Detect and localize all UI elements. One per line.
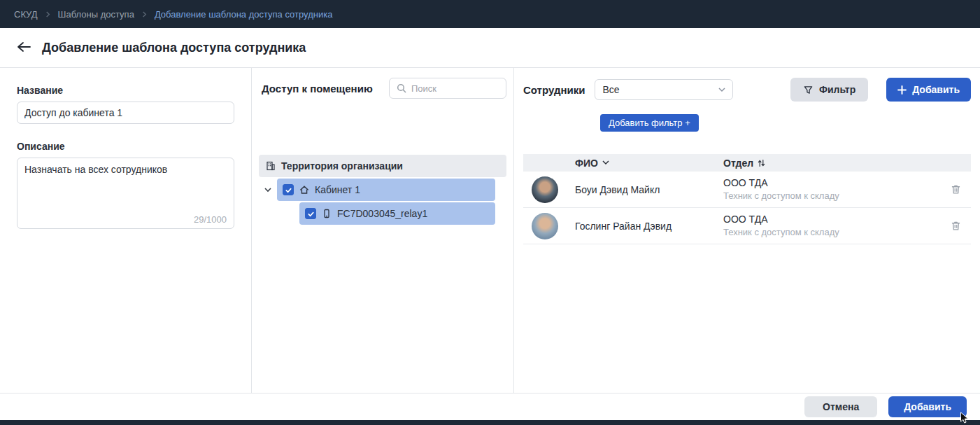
tree-node-room-row[interactable]: Кабинет 1 [277,179,495,201]
employees-filter-select[interactable]: Все [595,79,733,100]
breadcrumb-item-current: Добавление шаблона доступа сотрудника [155,9,333,20]
delete-employee-button[interactable] [951,221,961,231]
employees-header: Сотрудники Все Фильтр [523,78,971,102]
building-icon [266,161,276,171]
delete-employee-button[interactable] [951,184,961,195]
checkbox-checked[interactable] [283,184,294,195]
chevron-down-icon[interactable] [259,188,277,193]
trash-icon [951,184,961,195]
checkbox-checked[interactable] [305,208,316,219]
employee-department: ООО ТДА Техник с доступом к складу [723,212,940,239]
employees-panel: Сотрудники Все Фильтр [514,68,980,393]
employee-name: Боуи Дэвид Майкл [575,184,723,195]
description-field-box: Назначать на всех сотрудников 29/1000 [17,158,234,229]
select-value: Все [602,84,619,95]
plus-icon [897,85,907,95]
sort-both-icon [758,159,765,167]
breadcrumb-item-templates[interactable]: Шаблоны доступа [58,9,134,20]
main-content: Название Описание Назначать на всех сотр… [0,68,980,393]
employees-title: Сотрудники [523,84,585,96]
trash-icon [951,221,961,231]
column-header-name[interactable]: ФИО [575,158,723,169]
tree-node-room: Кабинет 1 [259,179,506,201]
tree-node-label: FC7D003045_relay1 [337,208,427,219]
employee-org: ООО ТДА [723,176,940,190]
employee-dept: Техник с доступом к складу [723,226,940,239]
sort-desc-icon [602,160,609,165]
arrow-left-icon [17,41,31,55]
filter-button-label: Фильтр [819,84,855,95]
column-name-label: ФИО [575,158,598,169]
employee-name: Гослинг Райан Дэвид [575,221,723,232]
room-access-panel: Доступ к помещению Территория организаци… [252,68,514,393]
device-icon [322,209,332,218]
column-department-label: Отдел [723,158,753,169]
page-header: Добавление шаблона доступа сотрудника [0,28,980,68]
table-header: ФИО Отдел [523,154,971,172]
funnel-icon [803,85,814,95]
tree-node-label: Кабинет 1 [315,184,360,195]
table-row[interactable]: Боуи Дэвид Майкл ООО ТДА Техник с доступ… [523,172,971,208]
avatar [532,176,558,203]
column-header-department[interactable]: Отдел [723,158,940,169]
page-title: Добавление шаблона доступа сотрудника [42,41,306,55]
cancel-button[interactable]: Отмена [804,396,877,417]
add-filter-row: Добавить фильтр + [523,114,971,132]
avatar [532,213,558,239]
description-label: Описание [17,141,234,152]
employee-dept: Техник с доступом к складу [723,190,940,203]
tree-node-relay: FC7D003045_relay1 [259,202,506,225]
submit-button[interactable]: Добавить [888,396,967,417]
home-icon [299,185,309,195]
description-input[interactable]: Назначать на всех сотрудников [24,164,227,213]
tree-node-relay-row[interactable]: FC7D003045_relay1 [299,202,495,225]
breadcrumb: СКУД Шаблоны доступа Добавление шаблона … [0,0,980,28]
add-filter-button[interactable]: Добавить фильтр + [600,114,699,132]
employee-org: ООО ТДА [723,212,940,226]
search-input[interactable] [411,83,499,94]
char-counter: 29/1000 [194,214,227,225]
footer-bar: Отмена Добавить [0,393,980,420]
employee-department: ООО ТДА Техник с доступом к складу [723,176,940,203]
add-button-label: Добавить [912,84,960,95]
chevron-down-icon [718,88,725,92]
bottom-strip [0,420,980,425]
add-employee-button[interactable]: Добавить [886,78,971,102]
app-window: СКУД Шаблоны доступа Добавление шаблона … [0,0,980,425]
chevron-right-icon [45,11,51,18]
back-button[interactable] [17,41,31,55]
breadcrumb-item-skud[interactable]: СКУД [14,9,38,20]
search-icon [397,83,406,93]
room-access-header: Доступ к помещению [259,78,506,99]
room-tree: Территория организации Кабинет 1 [259,155,506,225]
employees-table: ФИО Отдел Боуи Дэвид М [523,154,971,244]
chevron-right-icon [141,11,148,18]
tree-root-territory[interactable]: Территория организации [259,155,506,177]
table-row[interactable]: Гослинг Райан Дэвид ООО ТДА Техник с дос… [523,208,971,244]
name-input[interactable] [17,102,234,124]
tree-root-label: Территория организации [281,160,403,172]
room-access-title: Доступ к помещению [262,83,373,95]
room-search [389,78,506,99]
name-label: Название [17,85,234,96]
template-form-panel: Название Описание Назначать на всех сотр… [0,68,252,393]
filter-button[interactable]: Фильтр [790,78,868,102]
